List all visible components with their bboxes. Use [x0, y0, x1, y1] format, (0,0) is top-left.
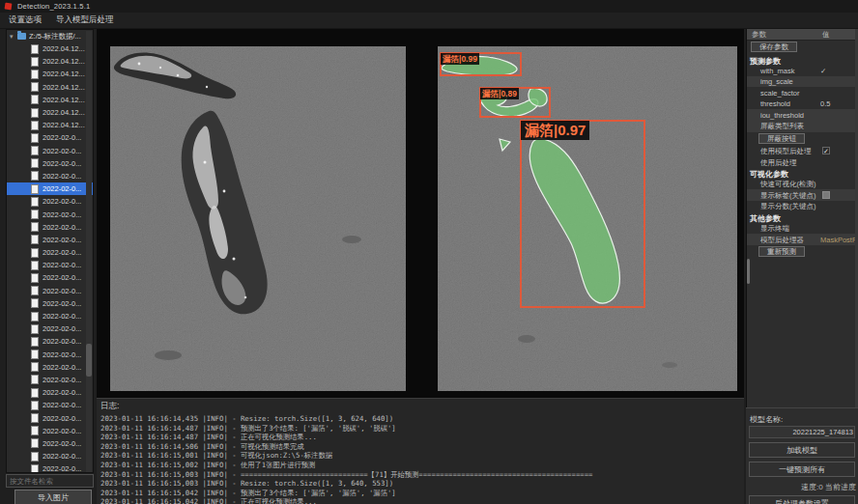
file-item[interactable]: 2022-02-0...	[7, 285, 93, 297]
params-scrollbar-thumb[interactable]	[747, 259, 750, 284]
file-item-label: 2022-02-0...	[43, 376, 81, 384]
raw-image-panel[interactable]	[110, 46, 406, 391]
param-row[interactable]: 快速可视化(检测)	[747, 179, 858, 190]
file-icon	[31, 57, 39, 67]
file-item[interactable]: 2022-02-0...	[7, 195, 93, 208]
param-row[interactable]: 使用模型后处理✓	[747, 146, 858, 157]
param-name: threshold	[760, 99, 790, 108]
tree-expand-icon[interactable]: ▾	[10, 33, 17, 41]
file-item-label: 2022-02-0...	[43, 414, 81, 423]
param-name: iou_threshold	[760, 111, 804, 120]
prediction-image-panel[interactable]: 漏箔|0.99 漏箔|0.89 漏箔|0.97	[438, 46, 737, 391]
import-images-button[interactable]: 导入图片	[14, 490, 92, 504]
image-viewer: 漏箔|0.99 漏箔|0.89 漏箔|0.97	[97, 29, 744, 398]
file-item[interactable]: 2022-02-0...	[7, 462, 93, 473]
param-row[interactable]: with_mask✓	[747, 65, 858, 76]
file-item[interactable]: 2022-02-0...	[7, 374, 93, 386]
load-model-button[interactable]: 加载模型	[749, 442, 855, 458]
file-item[interactable]: 2022-02-0...	[7, 131, 93, 144]
file-item[interactable]: 2022.04.12...	[7, 119, 93, 131]
file-list: 2022.04.12...2022.04.12...2022.04.12...2…	[7, 42, 93, 473]
menu-import-postprocess[interactable]: 导入模型后处理	[50, 14, 120, 26]
file-icon	[31, 235, 39, 244]
param-row[interactable]: 显示标签(关键点)	[747, 189, 858, 201]
file-icon	[31, 82, 39, 92]
predict-all-button[interactable]: 一键预测所有	[749, 462, 855, 477]
param-button[interactable]: 重新预测	[758, 246, 805, 257]
file-item[interactable]: 2022.04.12...	[7, 42, 93, 55]
param-name: scale_factor	[760, 89, 799, 98]
raw-image-content	[110, 46, 406, 391]
file-item[interactable]: 2022-02-0...	[7, 399, 93, 411]
file-icon	[31, 464, 39, 473]
file-item[interactable]: 2022-02-0...	[7, 425, 93, 437]
detection-label-2: 漏箔|0.89	[480, 88, 519, 99]
param-row[interactable]: scale_factor	[747, 87, 858, 98]
param-checkbox[interactable]: ✓	[822, 147, 830, 154]
file-item[interactable]: 2022-02-0...	[7, 361, 93, 374]
param-row[interactable]: img_scale	[747, 76, 858, 88]
file-icon	[31, 121, 39, 130]
model-name-field[interactable]: 20221225_174813	[749, 426, 855, 438]
param-row[interactable]: 显示终端	[747, 223, 858, 235]
param-row[interactable]: 模型后处理器MaskPostPro	[747, 234, 858, 245]
file-item[interactable]: 2022.04.12...	[7, 94, 93, 106]
postprocess-settings-button[interactable]: 后处理参数设置	[749, 495, 855, 504]
file-item[interactable]: 2022.04.12...	[7, 106, 93, 119]
param-button[interactable]: 保存参数	[751, 42, 797, 52]
file-item-label: 2022.04.12...	[43, 57, 85, 66]
param-row[interactable]: iou_threshold	[747, 109, 858, 121]
file-item[interactable]: 2022-02-0...	[7, 335, 93, 348]
log-panel[interactable]: 日志: 2023-01-11 16:16:14,435 |INFO| - Res…	[97, 398, 744, 504]
tree-root-folder[interactable]: ▾ Z:/5-标注数据/...	[7, 30, 93, 42]
param-row[interactable]: 使用后处理	[747, 156, 858, 168]
file-item[interactable]: 2022-02-0...	[7, 297, 93, 310]
file-icon	[31, 337, 39, 347]
file-item[interactable]: 2022.04.12...	[7, 81, 93, 94]
file-item[interactable]: 2022-02-0...	[7, 386, 93, 399]
file-item[interactable]: 2022-02-0...	[7, 208, 93, 220]
file-item-label: 2022-02-0...	[43, 273, 81, 282]
model-panel: 模型名称: 20221225_174813 加载模型 一键预测所有 速度:0 当…	[746, 407, 858, 504]
file-item[interactable]: 2022-02-0...	[7, 411, 93, 424]
log-line: 2023-01-11 16:16:14,487 |INFO| - 正在可视化预测…	[100, 433, 744, 442]
file-item[interactable]: 2022-02-0...	[7, 271, 93, 284]
file-item[interactable]: 2022-02-0...	[7, 437, 93, 450]
param-checkbox[interactable]	[822, 191, 830, 199]
param-name: 使用后处理	[760, 158, 797, 168]
file-item[interactable]: 2022-02-0...	[7, 349, 93, 361]
file-item-label: 2022-02-0...	[43, 236, 81, 244]
file-item[interactable]: 2022-02-0...	[7, 246, 93, 259]
file-item[interactable]: 2022.04.12...	[7, 55, 93, 68]
sidebar-scrollbar-track[interactable]	[86, 31, 92, 473]
param-row[interactable]: 屏蔽类型列表	[747, 121, 858, 132]
file-icon	[31, 248, 39, 258]
param-button[interactable]: 屏蔽按钮	[758, 133, 805, 144]
file-item-label: 2022-02-0...	[43, 172, 81, 181]
file-item[interactable]: 2022-02-0...	[7, 259, 93, 271]
file-icon	[31, 171, 39, 181]
sidebar-scrollbar-thumb[interactable]	[86, 344, 92, 377]
file-icon	[31, 197, 39, 207]
file-item[interactable]: 2022.04.12...	[7, 68, 93, 80]
param-row[interactable]: threshold0.5	[747, 98, 858, 110]
menu-settings[interactable]: 设置选项	[3, 14, 47, 26]
file-item[interactable]: 2022-02-0...	[7, 450, 93, 462]
menu-bar: 设置选项 导入模型后处理	[0, 13, 858, 29]
file-item-label: 2022.04.12...	[43, 121, 85, 129]
file-item[interactable]: 2022-02-0...	[7, 322, 93, 335]
file-item[interactable]: 2022-02-0...	[7, 310, 93, 322]
file-item[interactable]: 2022-02-0...	[7, 221, 93, 234]
file-item-label: 2022-02-0...	[43, 210, 81, 219]
file-item[interactable]: 2022-02-0...	[7, 145, 93, 157]
search-input[interactable]	[6, 474, 94, 488]
detection-label-3: 漏箔|0.97	[521, 121, 589, 140]
file-item[interactable]: 2022-02-0...	[7, 182, 93, 195]
file-icon	[31, 362, 39, 372]
file-item[interactable]: 2022-02-0...	[7, 234, 93, 246]
file-item[interactable]: 2022-02-0...	[7, 157, 93, 170]
param-name: with_mask	[760, 67, 794, 75]
file-item[interactable]: 2022-02-0...	[7, 170, 93, 182]
param-row[interactable]: 显示分数(关键点)	[747, 201, 858, 212]
param-button-row: 重新预测	[747, 245, 858, 259]
